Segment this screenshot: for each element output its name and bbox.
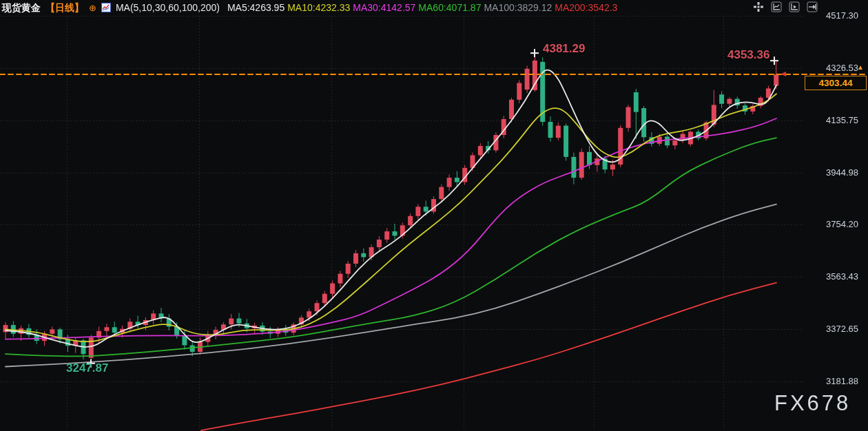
chart-toolbar	[753, 1, 818, 12]
ma-value-ma60: MA60:4071.87	[418, 2, 481, 13]
last-price-value: 4303.44	[819, 78, 853, 88]
price-annotation: 4381.29	[543, 42, 585, 56]
kline-chart-icon[interactable]	[101, 3, 111, 12]
pan-tool-icon[interactable]	[753, 1, 764, 12]
ma-value-ma5: MA5:4263.95	[227, 2, 285, 13]
ma-value-ma10: MA10:4232.33	[287, 2, 350, 13]
price-up-arrow-icon: ▲	[857, 63, 864, 71]
target-icon[interactable]: ⊕	[89, 3, 96, 12]
y-axis-tick-label: 3754.20	[806, 219, 858, 230]
chart-scale-icon[interactable]	[771, 1, 782, 12]
price-annotation: 3247.87	[66, 361, 108, 375]
ma-value-ma30: MA30:4142.57	[353, 2, 415, 13]
y-axis-tick-label: 3372.65	[806, 324, 858, 335]
jump-to-latest-icon[interactable]	[807, 1, 818, 12]
ma-value-ma200: MA200:3542.3	[555, 2, 617, 13]
ma-value-ma100: MA100:3829.12	[484, 2, 552, 13]
candlestick-chart-canvas[interactable]	[0, 0, 868, 431]
last-price-box: 4303.44	[805, 76, 867, 90]
y-axis-tick-label: 3563.43	[806, 271, 858, 282]
ma-legend: MA5:4263.95MA10:4232.33MA30:4142.57MA60:…	[225, 1, 617, 14]
ma-settings-label[interactable]: MA(5,10,30,60,100,200)	[116, 1, 220, 14]
y-axis-tick-label: 4326.53	[806, 63, 858, 74]
period-label[interactable]: 【日线】	[45, 1, 84, 14]
chart-window: 现货黄金 【日线】 ⊕ MA(5,10,30,60,100,200) MA5:4…	[0, 0, 868, 431]
y-axis-tick-label: 3944.98	[806, 167, 858, 178]
symbol-title: 现货黄金	[2, 1, 41, 14]
watermark: FX678	[774, 391, 851, 416]
price-annotation: 4353.36	[727, 48, 769, 62]
y-axis-tick-label: 4135.75	[806, 115, 858, 126]
y-axis-tick-label: 3181.88	[806, 376, 858, 387]
chart-play-icon[interactable]	[789, 1, 800, 12]
chart-header: 现货黄金 【日线】 ⊕ MA(5,10,30,60,100,200) MA5:4…	[2, 1, 617, 14]
